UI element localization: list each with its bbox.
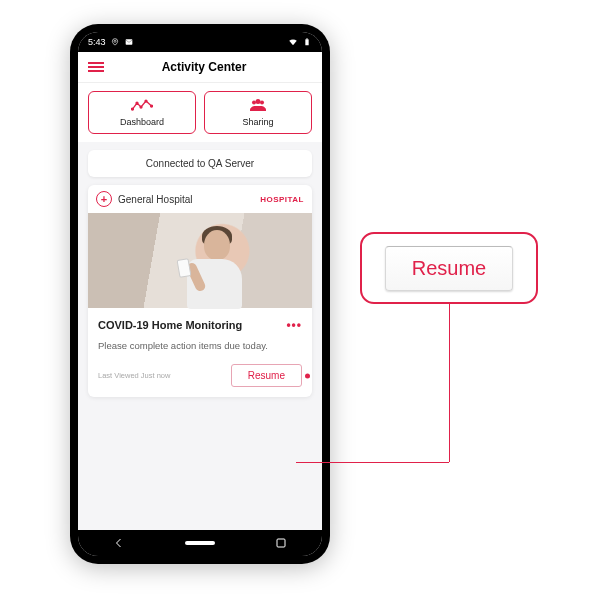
- resume-callout-button[interactable]: Resume: [385, 246, 513, 291]
- dashboard-icon: [131, 98, 153, 114]
- battery-icon: [302, 37, 312, 47]
- card-description: Please complete action items due today.: [98, 340, 302, 352]
- card-title: COVID-19 Home Monitoring: [98, 319, 286, 331]
- svg-rect-2: [305, 39, 308, 45]
- nav-back-icon[interactable]: [104, 537, 134, 549]
- svg-point-10: [256, 99, 261, 104]
- svg-point-6: [140, 106, 142, 108]
- sharing-label: Sharing: [242, 117, 273, 127]
- resume-callout-label: Resume: [412, 257, 486, 279]
- callout-connector: [449, 304, 450, 462]
- resume-button-label: Resume: [248, 370, 285, 381]
- phone-frame: 5:43 Activity Cent: [70, 24, 330, 564]
- nav-recent-icon[interactable]: [266, 537, 296, 549]
- activity-card: + General Hospital HOSPITAL COVID-19 Hom…: [88, 185, 312, 397]
- svg-rect-3: [306, 38, 307, 39]
- android-nav-bar: [78, 530, 322, 556]
- phone-screen: 5:43 Activity Cent: [78, 32, 322, 556]
- callout-anchor-dot: [305, 373, 310, 378]
- server-status-banner: Connected to QA Server: [88, 150, 312, 177]
- app-header: Activity Center: [78, 52, 322, 83]
- dashboard-label: Dashboard: [120, 117, 164, 127]
- location-icon: [110, 37, 120, 47]
- resume-button[interactable]: Resume: [231, 364, 302, 387]
- org-name: General Hospital: [118, 194, 254, 205]
- content-area: Connected to QA Server + General Hospita…: [78, 142, 322, 530]
- resume-callout: Resume: [360, 232, 538, 304]
- top-tabs: Dashboard Sharing: [78, 83, 322, 142]
- page-title: Activity Center: [96, 60, 312, 74]
- nav-home-icon[interactable]: [185, 541, 215, 545]
- android-status-bar: 5:43: [78, 32, 322, 52]
- card-header: + General Hospital HOSPITAL: [88, 185, 312, 213]
- sharing-button[interactable]: Sharing: [204, 91, 312, 134]
- svg-rect-1: [125, 39, 132, 44]
- svg-point-5: [136, 102, 138, 104]
- more-options-icon[interactable]: •••: [286, 318, 302, 332]
- svg-point-4: [132, 108, 134, 110]
- hospital-icon: +: [96, 191, 112, 207]
- dashboard-button[interactable]: Dashboard: [88, 91, 196, 134]
- svg-point-7: [145, 100, 147, 102]
- mail-icon: [124, 37, 134, 47]
- last-viewed-label: Last Viewed Just now: [98, 371, 225, 380]
- svg-point-9: [252, 101, 256, 105]
- org-type-badge: HOSPITAL: [260, 195, 304, 204]
- wifi-icon: [288, 37, 298, 47]
- svg-point-0: [114, 40, 116, 42]
- svg-point-8: [151, 105, 153, 107]
- svg-point-11: [260, 101, 264, 105]
- card-image: [88, 213, 312, 308]
- sharing-icon: [247, 98, 269, 114]
- status-time: 5:43: [88, 37, 106, 47]
- svg-rect-12: [277, 539, 285, 547]
